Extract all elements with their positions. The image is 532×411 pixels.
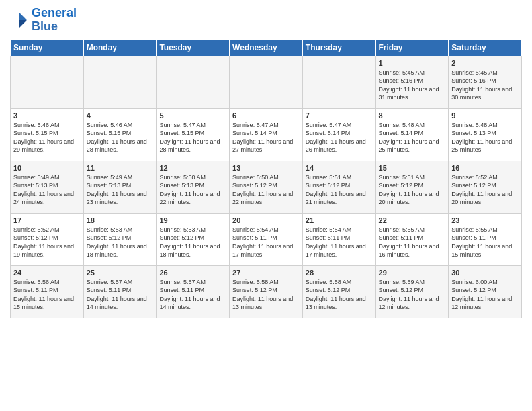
day-number: 22 bbox=[379, 216, 446, 224]
calendar-cell: 4Sunrise: 5:46 AM Sunset: 5:15 PM Daylig… bbox=[83, 108, 157, 161]
cell-content: Sunrise: 5:47 AM Sunset: 5:14 PM Dayligh… bbox=[306, 121, 373, 154]
cell-content: Sunrise: 5:46 AM Sunset: 5:15 PM Dayligh… bbox=[13, 121, 81, 154]
day-number: 2 bbox=[451, 59, 519, 67]
cell-content: Sunrise: 5:55 AM Sunset: 5:11 PM Dayligh… bbox=[451, 226, 519, 259]
calendar-cell: 21Sunrise: 5:54 AM Sunset: 5:11 PM Dayli… bbox=[302, 213, 375, 265]
logo-text: General Blue bbox=[32, 7, 77, 34]
calendar-cell: 1Sunrise: 5:45 AM Sunset: 5:16 PM Daylig… bbox=[375, 56, 449, 108]
cell-content: Sunrise: 5:56 AM Sunset: 5:11 PM Dayligh… bbox=[13, 278, 81, 312]
page: General Blue SundayMondayTuesdayWednesda… bbox=[0, 0, 532, 328]
cell-content: Sunrise: 5:57 AM Sunset: 5:11 PM Dayligh… bbox=[87, 278, 154, 312]
cell-content: Sunrise: 5:53 AM Sunset: 5:12 PM Dayligh… bbox=[159, 226, 226, 259]
day-number: 20 bbox=[232, 216, 300, 224]
cell-content: Sunrise: 5:50 AM Sunset: 5:12 PM Dayligh… bbox=[232, 173, 300, 207]
cell-content: Sunrise: 5:47 AM Sunset: 5:15 PM Dayligh… bbox=[159, 121, 226, 154]
calendar-cell: 25Sunrise: 5:57 AM Sunset: 5:11 PM Dayli… bbox=[83, 265, 157, 318]
cell-content: Sunrise: 5:51 AM Sunset: 5:12 PM Dayligh… bbox=[379, 173, 446, 207]
svg-marker-1 bbox=[19, 20, 27, 28]
day-number: 5 bbox=[159, 111, 226, 120]
calendar-cell bbox=[302, 56, 375, 108]
calendar-cell: 10Sunrise: 5:49 AM Sunset: 5:13 PM Dayli… bbox=[11, 161, 84, 213]
cell-content: Sunrise: 5:57 AM Sunset: 5:11 PM Dayligh… bbox=[159, 278, 226, 312]
calendar-cell: 9Sunrise: 5:48 AM Sunset: 5:13 PM Daylig… bbox=[449, 108, 522, 161]
calendar-cell: 19Sunrise: 5:53 AM Sunset: 5:12 PM Dayli… bbox=[157, 213, 230, 265]
calendar-cell: 2Sunrise: 5:45 AM Sunset: 5:16 PM Daylig… bbox=[449, 56, 522, 108]
cell-content: Sunrise: 5:47 AM Sunset: 5:14 PM Dayligh… bbox=[232, 121, 300, 154]
day-number: 19 bbox=[159, 216, 226, 224]
calendar-cell: 3Sunrise: 5:46 AM Sunset: 5:15 PM Daylig… bbox=[11, 108, 84, 161]
calendar-cell: 15Sunrise: 5:51 AM Sunset: 5:12 PM Dayli… bbox=[375, 161, 449, 213]
cell-content: Sunrise: 5:50 AM Sunset: 5:13 PM Dayligh… bbox=[159, 173, 226, 207]
calendar-cell bbox=[230, 56, 303, 108]
day-number: 11 bbox=[87, 164, 154, 172]
calendar-table: SundayMondayTuesdayWednesdayThursdayFrid… bbox=[10, 39, 522, 318]
day-number: 28 bbox=[306, 269, 373, 277]
calendar-cell bbox=[11, 56, 84, 108]
day-number: 6 bbox=[232, 111, 300, 120]
day-number: 24 bbox=[13, 269, 81, 277]
day-number: 29 bbox=[379, 269, 446, 277]
calendar-cell: 11Sunrise: 5:49 AM Sunset: 5:13 PM Dayli… bbox=[83, 161, 157, 213]
cell-content: Sunrise: 5:48 AM Sunset: 5:14 PM Dayligh… bbox=[379, 121, 446, 154]
cell-content: Sunrise: 5:48 AM Sunset: 5:13 PM Dayligh… bbox=[451, 121, 519, 154]
header: General Blue bbox=[10, 7, 522, 34]
calendar-cell: 17Sunrise: 5:52 AM Sunset: 5:12 PM Dayli… bbox=[11, 213, 84, 265]
day-number: 16 bbox=[451, 164, 519, 172]
day-number: 15 bbox=[379, 164, 446, 172]
cell-content: Sunrise: 5:51 AM Sunset: 5:12 PM Dayligh… bbox=[306, 173, 373, 207]
calendar-cell: 7Sunrise: 5:47 AM Sunset: 5:14 PM Daylig… bbox=[302, 108, 375, 161]
calendar-cell bbox=[83, 56, 157, 108]
day-number: 23 bbox=[451, 216, 519, 224]
cell-content: Sunrise: 5:59 AM Sunset: 5:12 PM Dayligh… bbox=[379, 278, 446, 312]
day-number: 17 bbox=[13, 216, 81, 224]
day-number: 12 bbox=[159, 164, 226, 172]
calendar-cell: 16Sunrise: 5:52 AM Sunset: 5:12 PM Dayli… bbox=[449, 161, 522, 213]
calendar-cell: 13Sunrise: 5:50 AM Sunset: 5:12 PM Dayli… bbox=[230, 161, 303, 213]
day-number: 30 bbox=[451, 269, 519, 277]
header-day: Friday bbox=[375, 39, 449, 56]
cell-content: Sunrise: 5:54 AM Sunset: 5:11 PM Dayligh… bbox=[232, 226, 300, 259]
calendar-cell: 14Sunrise: 5:51 AM Sunset: 5:12 PM Dayli… bbox=[302, 161, 375, 213]
calendar-cell: 5Sunrise: 5:47 AM Sunset: 5:15 PM Daylig… bbox=[157, 108, 230, 161]
cell-content: Sunrise: 5:45 AM Sunset: 5:16 PM Dayligh… bbox=[451, 68, 519, 102]
header-day: Wednesday bbox=[230, 39, 303, 56]
day-number: 3 bbox=[13, 111, 81, 120]
calendar-cell: 24Sunrise: 5:56 AM Sunset: 5:11 PM Dayli… bbox=[11, 265, 84, 318]
calendar-cell: 26Sunrise: 5:57 AM Sunset: 5:11 PM Dayli… bbox=[157, 265, 230, 318]
day-number: 21 bbox=[306, 216, 373, 224]
calendar-cell: 29Sunrise: 5:59 AM Sunset: 5:12 PM Dayli… bbox=[375, 265, 449, 318]
day-number: 7 bbox=[306, 111, 373, 120]
cell-content: Sunrise: 5:54 AM Sunset: 5:11 PM Dayligh… bbox=[306, 226, 373, 259]
day-number: 26 bbox=[159, 269, 226, 277]
day-number: 1 bbox=[379, 59, 446, 67]
cell-content: Sunrise: 5:52 AM Sunset: 5:12 PM Dayligh… bbox=[13, 226, 81, 259]
calendar-cell: 20Sunrise: 5:54 AM Sunset: 5:11 PM Dayli… bbox=[230, 213, 303, 265]
cell-content: Sunrise: 5:53 AM Sunset: 5:12 PM Dayligh… bbox=[87, 226, 154, 259]
day-number: 9 bbox=[451, 111, 519, 120]
calendar-row: 1Sunrise: 5:45 AM Sunset: 5:16 PM Daylig… bbox=[11, 56, 522, 108]
day-number: 14 bbox=[306, 164, 373, 172]
calendar-row: 10Sunrise: 5:49 AM Sunset: 5:13 PM Dayli… bbox=[11, 161, 522, 213]
header-day: Saturday bbox=[449, 39, 522, 56]
header-day: Thursday bbox=[302, 39, 375, 56]
day-number: 25 bbox=[87, 269, 154, 277]
calendar-cell bbox=[157, 56, 230, 108]
cell-content: Sunrise: 5:49 AM Sunset: 5:13 PM Dayligh… bbox=[13, 173, 81, 207]
calendar-cell: 8Sunrise: 5:48 AM Sunset: 5:14 PM Daylig… bbox=[375, 108, 449, 161]
day-number: 8 bbox=[379, 111, 446, 120]
header-day: Monday bbox=[83, 39, 157, 56]
calendar-cell: 27Sunrise: 5:58 AM Sunset: 5:12 PM Dayli… bbox=[230, 265, 303, 318]
day-number: 13 bbox=[232, 164, 300, 172]
day-number: 10 bbox=[13, 164, 81, 172]
cell-content: Sunrise: 5:52 AM Sunset: 5:12 PM Dayligh… bbox=[451, 173, 519, 207]
cell-content: Sunrise: 5:46 AM Sunset: 5:15 PM Dayligh… bbox=[87, 121, 154, 154]
day-number: 4 bbox=[87, 111, 154, 120]
cell-content: Sunrise: 5:45 AM Sunset: 5:16 PM Dayligh… bbox=[379, 68, 446, 102]
cell-content: Sunrise: 6:00 AM Sunset: 5:12 PM Dayligh… bbox=[451, 278, 519, 312]
calendar-cell: 28Sunrise: 5:58 AM Sunset: 5:12 PM Dayli… bbox=[302, 265, 375, 318]
cell-content: Sunrise: 5:58 AM Sunset: 5:12 PM Dayligh… bbox=[306, 278, 373, 312]
cell-content: Sunrise: 5:58 AM Sunset: 5:12 PM Dayligh… bbox=[232, 278, 300, 312]
day-number: 27 bbox=[232, 269, 300, 277]
cell-content: Sunrise: 5:49 AM Sunset: 5:13 PM Dayligh… bbox=[87, 173, 154, 207]
cell-content: Sunrise: 5:55 AM Sunset: 5:11 PM Dayligh… bbox=[379, 226, 446, 259]
